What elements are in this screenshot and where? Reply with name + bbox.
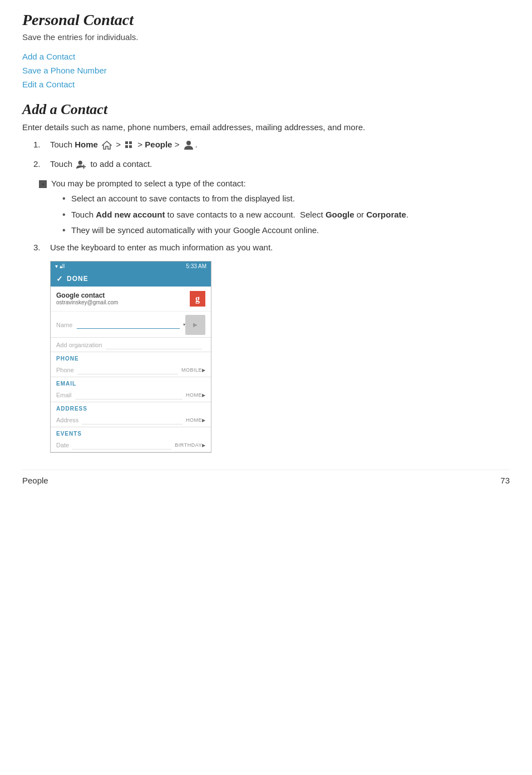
account-info: Google contact ostravinskey@gmail.com: [56, 292, 118, 305]
step-1-number: 1.: [33, 140, 50, 149]
google-icon: g: [190, 291, 205, 307]
phone-type-tag: MOBILE: [181, 367, 202, 373]
avatar-icon: ▶: [193, 322, 198, 328]
date-type-tag: BIRTHDAY: [175, 442, 202, 448]
email-section-header: EMAIL: [51, 377, 211, 388]
page-subtitle: Save the entries for individuals.: [22, 32, 510, 42]
date-field-underline: [72, 441, 171, 450]
toc-link-edit-contact[interactable]: Edit a Contact: [22, 80, 510, 89]
name-field-row[interactable]: Name ▾ ▶: [51, 312, 211, 338]
footer-left: People: [22, 476, 48, 485]
step-2-bullets: ▪ You may be prompted to select a type o…: [39, 179, 510, 237]
email-field-underline: [75, 391, 183, 399]
signal-icon: ▾ ▴ll: [55, 263, 65, 269]
sub-bullet-3: • They will be synced automatically with…: [62, 224, 510, 237]
section-title: Add a Contact: [22, 101, 510, 118]
page-title: Personal Contact: [22, 11, 510, 29]
svg-marker-0: [102, 141, 111, 149]
date-field-label: Date: [56, 442, 69, 448]
bullet-prompt-text: You may be prompted to select a type of …: [51, 179, 246, 188]
bullet-square-icon: ▪: [39, 180, 47, 188]
svg-point-5: [186, 141, 191, 145]
events-section-header: EVENTS: [51, 427, 211, 438]
step-3: 3. Use the keyboard to enter as much inf…: [33, 243, 510, 252]
svg-rect-1: [125, 141, 128, 144]
email-dropdown-arrow: ▶: [202, 393, 205, 398]
sub-bullet-3-dot: •: [62, 224, 71, 236]
add-new-account-label: Add new account: [96, 210, 165, 219]
bullet-prompt: ▪ You may be prompted to select a type o…: [39, 179, 510, 188]
address-field-label: Address: [56, 417, 78, 423]
step-2-text: to add a contact.: [90, 159, 152, 169]
home-icon: [102, 141, 112, 150]
toc-link-save-phone[interactable]: Save a Phone Number: [22, 66, 510, 75]
address-field-underline: [82, 416, 183, 424]
email-field-row[interactable]: Email HOME ▶: [51, 388, 211, 402]
toc-link-add-contact[interactable]: Add a Contact: [22, 52, 510, 61]
avatar-placeholder: ▶: [185, 315, 205, 335]
svg-rect-4: [129, 145, 132, 148]
sub-bullet-1-text: Select an account to save contacts to fr…: [71, 192, 295, 205]
date-dropdown-arrow: ▶: [202, 443, 205, 448]
address-type-tag: HOME: [186, 417, 202, 423]
status-time: 5:33 AM: [186, 263, 206, 269]
address-field-row[interactable]: Address HOME ▶: [51, 413, 211, 427]
account-row: Google contact ostravinskey@gmail.com g: [51, 287, 211, 312]
step-1: 1. Touch Home > > People > .: [33, 140, 510, 150]
sub-bullet-2: • Touch Add new account to save contacts…: [62, 209, 510, 221]
step-2: 2. Touch to add a contact.: [33, 159, 510, 170]
date-field-row[interactable]: Date BIRTHDAY ▶: [51, 438, 211, 452]
page-footer: People 73: [22, 470, 510, 485]
email-field-label: Email: [56, 392, 72, 398]
done-bar[interactable]: ✓ DONE: [51, 271, 211, 287]
google-label: Google: [326, 210, 354, 219]
sub-bullet-1: • Select an account to save contacts to …: [62, 192, 510, 205]
step-1-content: Touch Home > > People > .: [50, 140, 510, 150]
status-bar: ▾ ▴ll 5:33 AM: [51, 261, 211, 271]
section-desc: Enter details such as name, phone number…: [22, 122, 510, 132]
step-3-content: Use the keyboard to enter as much inform…: [50, 243, 510, 252]
step-1-people-label: People: [145, 140, 172, 149]
name-field-label: Name: [56, 322, 72, 328]
sub-bullet-1-dot: •: [62, 192, 71, 205]
svg-rect-2: [129, 141, 132, 144]
step-2-content: Touch to add a contact.: [50, 159, 510, 170]
svg-rect-3: [125, 145, 128, 148]
phone-section-header: PHONE: [51, 352, 211, 363]
svg-point-6: [78, 161, 82, 165]
organization-field-underline: [106, 341, 202, 349]
phone-screenshot: ▾ ▴ll 5:33 AM ✓ DONE Google contact ostr…: [50, 261, 211, 453]
step-2-number: 2.: [33, 159, 50, 169]
sub-bullet-2-dot: •: [62, 209, 71, 221]
footer-right: 73: [500, 476, 510, 485]
organization-field-row[interactable]: Add organization: [51, 338, 211, 352]
add-person-icon: [76, 160, 86, 170]
phone-field-label: Phone: [56, 367, 74, 373]
address-dropdown-arrow: ▶: [202, 418, 205, 423]
address-section-header: ADDRESS: [51, 402, 211, 413]
corporate-label: Corporate: [366, 210, 406, 219]
phone-dropdown-arrow: ▶: [202, 368, 205, 373]
account-email: ostravinskey@gmail.com: [56, 299, 118, 305]
account-type: Google contact: [56, 292, 118, 299]
checkmark-icon: ✓: [56, 274, 63, 283]
name-field-underline: [77, 320, 180, 329]
step-3-number: 3.: [33, 243, 50, 252]
phone-field-underline: [77, 366, 178, 374]
grid-icon: [125, 141, 134, 150]
step-1-home-label: Home: [75, 140, 98, 149]
sub-bullet-2-text: Touch Add new account to save contacts t…: [71, 209, 408, 221]
people-icon: [184, 140, 194, 150]
sub-bullet-3-text: They will be synced automatically with y…: [71, 224, 319, 237]
phone-field-row[interactable]: Phone MOBILE ▶: [51, 363, 211, 377]
organization-field-label: Add organization: [56, 342, 102, 348]
email-type-tag: HOME: [186, 392, 202, 398]
done-label: DONE: [67, 275, 88, 283]
